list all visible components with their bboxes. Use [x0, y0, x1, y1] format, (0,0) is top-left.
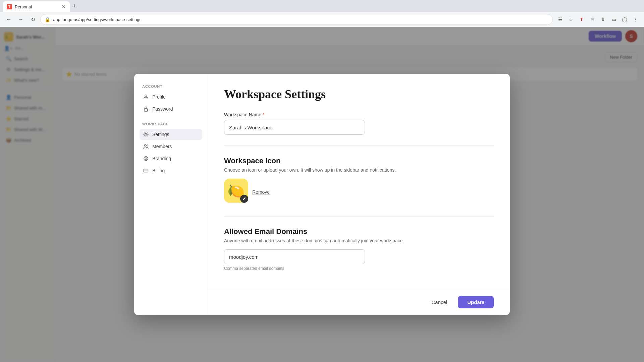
svg-point-3	[145, 145, 146, 146]
modal-sidebar: Account Profile Password	[134, 74, 208, 315]
password-nav-label: Password	[152, 106, 173, 112]
workspace-icon-section: Workspace Icon Choose an icon or upload …	[224, 157, 494, 205]
svg-point-0	[145, 95, 147, 97]
favorites-button[interactable]: ☆	[566, 15, 576, 24]
svg-point-5	[144, 157, 148, 161]
tango-extension-button[interactable]: T	[577, 15, 586, 24]
browser-nav-actions: ☵ ☆ T ⚛ ⇓ ▭ ◯ ⋮	[555, 15, 640, 24]
menu-button[interactable]: ⋮	[631, 15, 640, 24]
workspace-name-section: Workspace Name *	[224, 112, 494, 135]
download-button[interactable]: ⇓	[598, 15, 608, 24]
puzzle-button[interactable]: ⚛	[588, 15, 597, 24]
branding-nav-label: Branding	[152, 156, 171, 161]
back-button[interactable]: ←	[4, 15, 13, 24]
modal-nav-profile[interactable]: Profile	[140, 91, 202, 103]
members-nav-label: Members	[152, 144, 172, 149]
allowed-domains-section: Allowed Email Domains Anyone with email …	[224, 227, 494, 271]
modal-title: Workspace Settings	[224, 87, 494, 101]
remove-icon-button[interactable]: Remove	[252, 180, 270, 204]
required-star: *	[263, 112, 264, 117]
browser-nav: ← → ↻ 🔒 app.tango.us/app/settings/worksp…	[0, 12, 644, 27]
icon-edit-badge[interactable]	[240, 195, 248, 203]
svg-point-6	[145, 158, 147, 160]
svg-point-2	[145, 134, 147, 135]
settings-nav-label: Settings	[152, 132, 169, 137]
tab-close-button[interactable]: ✕	[62, 4, 66, 9]
extensions-button[interactable]: ☵	[555, 15, 565, 24]
billing-nav-label: Billing	[152, 168, 165, 173]
modal-footer: Cancel Update	[208, 289, 510, 315]
new-tab-button[interactable]: +	[70, 1, 79, 11]
browser-tab[interactable]: T Personal ✕	[3, 1, 70, 12]
workspace-section-label: Workspace	[140, 122, 202, 129]
modal-content-wrapper: Workspace Settings Workspace Name * Work…	[208, 74, 510, 315]
address-bar[interactable]: 🔒 app.tango.us/app/settings/workspace-se…	[40, 14, 553, 25]
workspace-icon-container: 🍋	[224, 179, 248, 203]
settings-modal: Account Profile Password	[134, 74, 510, 315]
update-button[interactable]: Update	[458, 296, 494, 308]
email-domain-hint: Comma separated email domains	[224, 266, 494, 271]
account-section-label: Account	[140, 84, 202, 91]
browser-chrome: T Personal ✕ + ← → ↻ 🔒 app.tango.us/app/…	[0, 0, 644, 27]
workspace-name-input[interactable]	[224, 120, 365, 135]
allowed-domains-desc: Anyone with email addresses at these dom…	[224, 238, 494, 243]
modal-nav-branding[interactable]: Branding	[140, 153, 202, 164]
workspace-icon-title: Workspace Icon	[224, 157, 494, 165]
workspace-icon-desc: Choose an icon or upload your own. It wi…	[224, 167, 494, 173]
password-nav-icon	[143, 106, 149, 112]
cancel-button[interactable]: Cancel	[425, 296, 454, 308]
forward-button[interactable]: →	[16, 15, 25, 24]
profile-button[interactable]: ◯	[620, 15, 629, 24]
svg-point-4	[147, 145, 148, 146]
workspace-name-label: Workspace Name *	[224, 112, 494, 117]
email-domains-input[interactable]	[224, 249, 365, 264]
profile-nav-label: Profile	[152, 94, 166, 100]
icon-picker-row: 🍋 Remove	[224, 179, 494, 205]
url-display: app.tango.us/app/settings/workspace-sett…	[53, 17, 142, 22]
modal-nav-password[interactable]: Password	[140, 103, 202, 115]
app-container: 🍋 Sarah's Wor... 👤+ Inv... 🔍 Search ⚙ Se…	[0, 27, 644, 362]
modal-nav-billing[interactable]: Billing	[140, 165, 202, 176]
profile-nav-icon	[143, 94, 149, 100]
svg-rect-1	[144, 109, 148, 111]
browser-titlebar: T Personal ✕ +	[0, 0, 644, 12]
members-nav-icon	[143, 143, 149, 149]
tab-favicon: T	[7, 4, 12, 9]
modal-nav-settings[interactable]: Settings	[140, 129, 202, 140]
modal-main: Workspace Settings Workspace Name * Work…	[208, 74, 510, 289]
branding-nav-icon	[143, 156, 149, 162]
reload-button[interactable]: ↻	[28, 15, 38, 24]
tab-title: Personal	[15, 4, 59, 9]
section-divider-2	[224, 216, 494, 217]
svg-rect-7	[144, 169, 148, 172]
section-gap	[140, 115, 202, 122]
section-divider	[224, 145, 494, 146]
modal-nav-members[interactable]: Members	[140, 141, 202, 152]
settings-nav-icon	[143, 131, 149, 137]
split-view-button[interactable]: ▭	[609, 15, 619, 24]
allowed-domains-title: Allowed Email Domains	[224, 227, 494, 236]
billing-nav-icon	[143, 168, 149, 174]
